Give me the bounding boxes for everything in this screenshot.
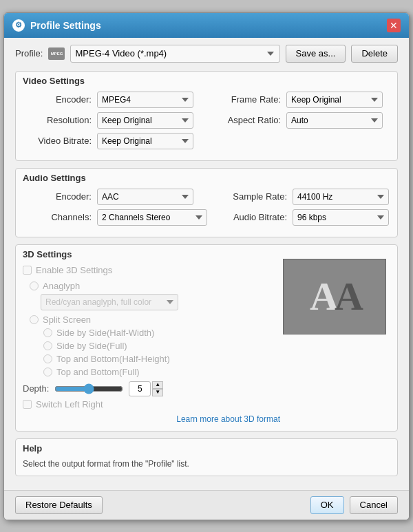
top-bottom-half-label[interactable]: Top and Bottom(Half-Height) <box>56 354 170 364</box>
channels-label: Channels: <box>23 212 92 222</box>
video-bitrate-row: Video Bitrate: Keep Original <box>23 133 201 149</box>
depth-spin-buttons: ▲ ▼ <box>152 381 163 396</box>
aspect-ratio-row: Aspect Ratio: Auto <box>212 112 390 129</box>
threed-preview: A A <box>283 259 386 334</box>
title-bar-left: ⚙ Profile Settings <box>12 19 101 32</box>
encoder-label: Encoder: <box>23 94 92 105</box>
frame-rate-label: Frame Rate: <box>212 94 281 105</box>
video-right-col: Frame Rate: Keep Original Aspect Ratio: … <box>212 92 390 153</box>
dialog-title: Profile Settings <box>30 20 101 31</box>
dialog-footer: Restore Defaults OK Cancel <box>4 490 409 520</box>
aspect-ratio-select[interactable]: Auto <box>286 112 383 129</box>
help-title: Help <box>23 443 390 454</box>
aspect-ratio-label: Aspect Ratio: <box>212 115 281 125</box>
top-bottom-full-label[interactable]: Top and Bottom(Full) <box>56 367 140 377</box>
sample-rate-label: Sample Rate: <box>218 191 287 202</box>
side-by-side-half-label[interactable]: Side by Side(Half-Width) <box>56 328 154 338</box>
video-bitrate-select[interactable]: Keep Original <box>97 133 193 149</box>
app-icon: ⚙ <box>12 19 25 32</box>
resolution-label: Resolution: <box>23 115 92 125</box>
learn-more-row: Learn more about 3D format <box>23 414 280 424</box>
learn-more-link[interactable]: Learn more about 3D format <box>176 414 280 424</box>
top-bottom-half-radio[interactable] <box>43 354 52 363</box>
top-bottom-half-row: Top and Bottom(Half-Height) <box>23 354 390 364</box>
video-settings-rows: Encoder: MPEG4 Resolution: Keep Original… <box>23 92 390 153</box>
video-settings-section: Video Settings Encoder: MPEG4 Resolution… <box>15 71 398 161</box>
audio-encoder-select[interactable]: AAC <box>97 189 193 205</box>
channels-row: Channels: 2 Channels Stereo <box>23 209 207 226</box>
preview-inner: A A <box>310 273 359 319</box>
depth-input[interactable] <box>129 381 151 396</box>
audio-settings-section: Audio Settings Encoder: AAC Channels: 2 … <box>15 168 398 237</box>
switch-left-right-label[interactable]: Switch Left Right <box>36 399 103 409</box>
anaglyph-radio[interactable] <box>30 281 39 290</box>
sample-rate-row: Sample Rate: 44100 Hz <box>218 189 390 205</box>
restore-defaults-button[interactable]: Restore Defaults <box>15 496 103 514</box>
side-by-side-full-radio[interactable] <box>43 341 52 350</box>
top-bottom-full-row: Top and Bottom(Full) <box>23 367 390 377</box>
audio-settings-rows: Encoder: AAC Channels: 2 Channels Stereo <box>23 189 390 230</box>
video-settings-title: Video Settings <box>23 76 390 86</box>
title-bar: ⚙ Profile Settings ✕ <box>4 13 409 38</box>
frame-rate-row: Frame Rate: Keep Original <box>212 92 390 108</box>
anaglyph-select[interactable]: Red/cyan anaglyph, full color <box>41 294 178 310</box>
threed-settings-section: 3D Settings A A Enable 3D Settings Anagl… <box>15 244 398 432</box>
dialog-content: Profile: MPEG MPEG-4 Video (*.mp4) Save … <box>4 38 409 490</box>
audio-encoder-row: Encoder: AAC <box>23 189 207 205</box>
resolution-select[interactable]: Keep Original <box>97 112 193 129</box>
help-text: Select the output format from the "Profi… <box>23 459 390 469</box>
sample-rate-select[interactable]: 44100 Hz <box>293 189 389 205</box>
depth-row: Depth: ▲ ▼ <box>23 381 390 396</box>
depth-up-button[interactable]: ▲ <box>152 381 163 389</box>
dialog-window: ⚙ Profile Settings ✕ Profile: MPEG MPEG-… <box>3 12 410 520</box>
enable-3d-checkbox[interactable] <box>23 266 32 275</box>
audio-bitrate-select[interactable]: 96 kbps <box>293 209 389 226</box>
profile-label: Profile: <box>15 48 43 58</box>
ok-button[interactable]: OK <box>310 496 344 514</box>
resolution-row: Resolution: Keep Original <box>23 112 201 129</box>
audio-bitrate-row: Audio Bitrate: 96 kbps <box>218 209 390 226</box>
cancel-button[interactable]: Cancel <box>350 496 398 514</box>
video-left-col: Encoder: MPEG4 Resolution: Keep Original… <box>23 92 201 153</box>
top-bottom-full-radio[interactable] <box>43 368 52 376</box>
threed-settings-title: 3D Settings <box>23 249 390 259</box>
frame-rate-select[interactable]: Keep Original <box>286 92 383 108</box>
profile-format-icon: MPEG <box>48 47 65 60</box>
depth-slider[interactable] <box>54 383 123 394</box>
split-screen-radio[interactable] <box>30 315 39 324</box>
encoder-row: Encoder: MPEG4 <box>23 92 201 108</box>
audio-left-col: Encoder: AAC Channels: 2 Channels Stereo <box>23 189 207 230</box>
save-as-button[interactable]: Save as... <box>286 45 346 63</box>
footer-right-buttons: OK Cancel <box>310 496 398 514</box>
audio-settings-title: Audio Settings <box>23 173 390 183</box>
video-bitrate-label: Video Bitrate: <box>23 136 92 146</box>
audio-encoder-label: Encoder: <box>23 191 92 202</box>
profile-select[interactable]: MPEG-4 Video (*.mp4) <box>70 45 279 63</box>
channels-select[interactable]: 2 Channels Stereo <box>97 209 207 226</box>
encoder-select[interactable]: MPEG4 <box>97 92 193 108</box>
side-by-side-full-label[interactable]: Side by Side(Full) <box>56 341 127 351</box>
profile-row: Profile: MPEG MPEG-4 Video (*.mp4) Save … <box>15 45 398 63</box>
delete-button[interactable]: Delete <box>351 45 398 63</box>
enable-3d-label[interactable]: Enable 3D Settings <box>36 265 112 275</box>
depth-value-group: ▲ ▼ <box>129 381 163 396</box>
switch-left-right-checkbox[interactable] <box>23 400 32 409</box>
split-screen-label[interactable]: Split Screen <box>43 315 91 325</box>
depth-down-button[interactable]: ▼ <box>152 389 163 396</box>
help-section: Help Select the output format from the "… <box>15 438 398 476</box>
audio-bitrate-label: Audio Bitrate: <box>218 212 287 222</box>
depth-label: Depth: <box>23 383 49 394</box>
side-by-side-full-row: Side by Side(Full) <box>23 341 390 351</box>
switch-row: Switch Left Right <box>23 399 390 409</box>
close-button[interactable]: ✕ <box>387 19 401 32</box>
audio-right-col: Sample Rate: 44100 Hz Audio Bitrate: 96 … <box>218 189 390 230</box>
anaglyph-label[interactable]: Anaglyph <box>43 281 80 291</box>
side-by-side-half-radio[interactable] <box>43 328 52 337</box>
